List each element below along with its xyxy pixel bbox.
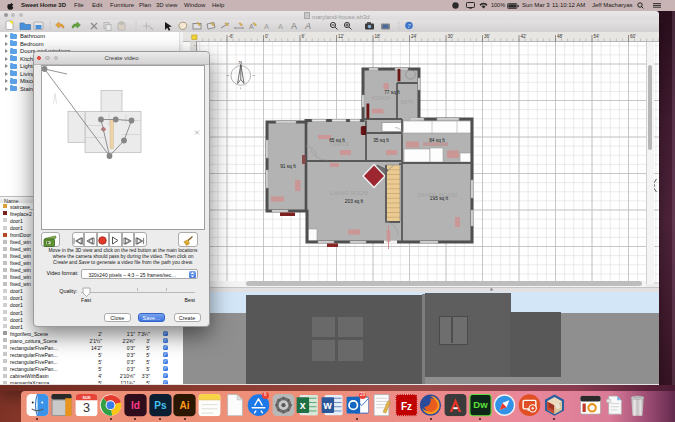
svg-text:30': 30' (448, 34, 454, 39)
svg-text:0': 0' (265, 34, 269, 39)
svg-text:KITCHEN: KITCHEN (424, 141, 448, 147)
svg-text:36': 36' (484, 34, 490, 39)
svg-text:A: A (291, 21, 297, 31)
svg-text:35 sq ft: 35 sq ft (373, 138, 389, 143)
svg-text:A: A (278, 22, 283, 31)
svg-text:PORCH: PORCH (372, 95, 390, 101)
svg-text:12': 12' (338, 34, 344, 39)
svg-text:60': 60' (630, 34, 636, 39)
svg-text:24': 24' (411, 34, 417, 39)
svg-text:DINING ROOM: DINING ROOM (417, 192, 457, 198)
svg-text:-6': -6' (229, 34, 234, 39)
svg-text:OFFICE: OFFICE (331, 141, 350, 147)
svg-text:N: N (239, 60, 243, 65)
svg-text:w: w (322, 399, 332, 411)
svg-text:BATH: BATH (401, 99, 414, 105)
svg-text:A: A (264, 22, 269, 31)
svg-text:91 sq ft: 91 sq ft (280, 164, 296, 169)
svg-text:3: 3 (83, 400, 90, 415)
svg-text:x: x (300, 399, 306, 411)
svg-text:48': 48' (557, 34, 563, 39)
svg-text:203 sq ft: 203 sq ft (345, 199, 364, 204)
svg-text:77 sq ft: 77 sq ft (384, 90, 400, 95)
svg-text:6': 6' (302, 34, 306, 39)
svg-text:SUN: SUN (82, 396, 90, 400)
svg-text:18': 18' (375, 34, 381, 39)
svg-text:42': 42' (521, 34, 527, 39)
svg-text:LIVING ROOM: LIVING ROOM (330, 190, 369, 196)
svg-text:A: A (304, 21, 311, 31)
svg-text:54': 54' (594, 34, 600, 39)
